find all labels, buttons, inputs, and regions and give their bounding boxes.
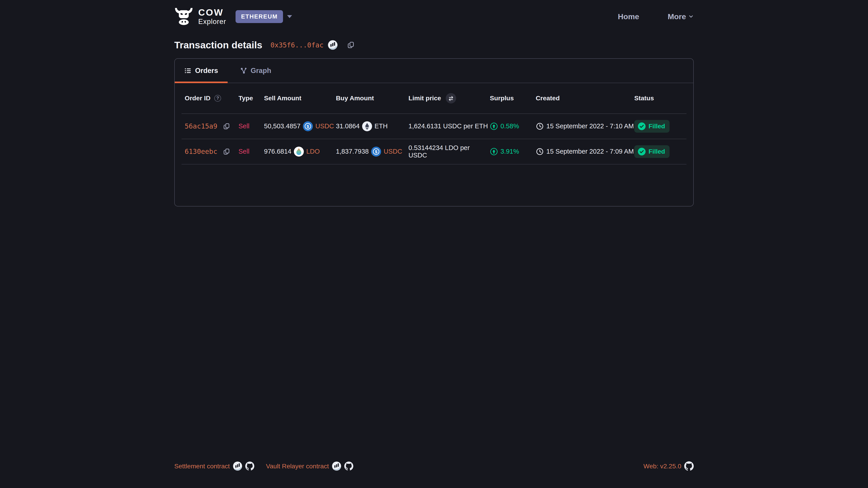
vault-relayer-contract-links: Vault Relayer contract bbox=[266, 462, 353, 470]
surplus-value: 0.58% bbox=[500, 123, 519, 130]
vault-relayer-contract-link[interactable]: Vault Relayer contract bbox=[266, 462, 329, 470]
order-id-link[interactable]: 56ac15a9 bbox=[185, 122, 217, 130]
buy-token-link[interactable]: USDC bbox=[383, 148, 402, 155]
buy-token-label: ETH bbox=[375, 123, 388, 130]
clock-icon bbox=[536, 148, 544, 156]
copy-icon[interactable] bbox=[347, 41, 355, 49]
main-nav: Home More bbox=[618, 12, 694, 21]
copy-icon[interactable] bbox=[223, 123, 230, 130]
table-row: 6130eebc Sell 976.6814 LDO 1,837.7938 US… bbox=[182, 139, 686, 164]
help-icon[interactable]: ? bbox=[214, 95, 221, 102]
sell-amount: 976.6814 bbox=[264, 148, 291, 155]
tx-hash-group: 0x35f6...0fac bbox=[271, 40, 355, 50]
sell-token-link[interactable]: LDO bbox=[306, 148, 320, 155]
surplus-up-icon bbox=[490, 122, 498, 130]
nav-home[interactable]: Home bbox=[618, 12, 639, 21]
col-type: Type bbox=[239, 94, 264, 102]
settlement-contract-links: Settlement contract bbox=[174, 462, 254, 470]
buy-amount: 1,837.7938 bbox=[336, 148, 369, 155]
tx-hash-link[interactable]: 0x35f6...0fac bbox=[271, 41, 324, 49]
buy-amount: 31.0864 bbox=[336, 123, 360, 130]
nav-more[interactable]: More bbox=[668, 12, 694, 21]
check-circle-icon bbox=[638, 148, 646, 156]
order-type: Sell bbox=[239, 148, 264, 155]
web-version-link[interactable]: Web: v2.25.0 bbox=[644, 462, 681, 470]
eth-token-icon bbox=[362, 121, 372, 131]
title-row: Transaction details 0x35f6...0fac bbox=[174, 39, 694, 51]
settlement-contract-link[interactable]: Settlement contract bbox=[174, 462, 230, 470]
ldo-token-icon bbox=[294, 147, 304, 157]
tab-orders[interactable]: Orders bbox=[175, 59, 228, 83]
cow-icon bbox=[174, 8, 193, 25]
cow-explorer-logo[interactable]: COW Explorer bbox=[174, 8, 226, 26]
check-circle-icon bbox=[638, 123, 646, 130]
col-limit-price: Limit price bbox=[408, 94, 441, 102]
created-date: 15 September 2022 - 7:10 AM bbox=[546, 123, 634, 130]
created-date: 15 September 2022 - 7:09 AM bbox=[546, 148, 634, 155]
list-icon bbox=[184, 67, 191, 74]
col-sell-amount: Sell Amount bbox=[264, 94, 336, 102]
col-order-id: Order ID bbox=[185, 94, 211, 102]
chevron-down-icon bbox=[688, 14, 694, 19]
top-bar: COW Explorer ETHEREUM Home More bbox=[174, 0, 694, 26]
footer: Settlement contract Vault Relayer contra… bbox=[174, 461, 694, 471]
orders-card: Orders Graph Order ID ? Type Sell Amount… bbox=[174, 58, 694, 206]
copy-icon[interactable] bbox=[223, 148, 230, 156]
order-type: Sell bbox=[239, 123, 264, 130]
etherscan-icon[interactable] bbox=[332, 462, 341, 470]
network-badge[interactable]: ETHEREUM bbox=[236, 10, 283, 23]
status-badge: Filled bbox=[634, 145, 670, 158]
github-icon[interactable] bbox=[245, 462, 254, 470]
swap-price-icon[interactable] bbox=[446, 93, 456, 103]
tab-graph[interactable]: Graph bbox=[231, 59, 281, 83]
graph-icon bbox=[240, 67, 247, 74]
tab-bar: Orders Graph bbox=[175, 59, 693, 83]
logo-title: COW bbox=[198, 8, 226, 18]
sell-amount: 50,503.4857 bbox=[264, 123, 301, 130]
clock-icon bbox=[536, 122, 544, 130]
table-row: 56ac15a9 Sell 50,503.4857 USDC 31.0864 E… bbox=[182, 114, 686, 139]
github-icon[interactable] bbox=[684, 461, 694, 471]
github-icon[interactable] bbox=[344, 462, 353, 470]
network-selector[interactable]: ETHEREUM bbox=[236, 10, 292, 23]
surplus-value: 3.91% bbox=[500, 148, 519, 155]
etherscan-icon[interactable] bbox=[233, 462, 242, 470]
chevron-down-icon bbox=[287, 15, 292, 18]
limit-price: 1,624.6131 USDC per ETH bbox=[408, 123, 490, 130]
col-created: Created bbox=[536, 94, 634, 102]
limit-price: 0.53144234 LDO per USDC bbox=[408, 144, 490, 159]
logo-subtitle: Explorer bbox=[198, 18, 226, 26]
col-status: Status bbox=[634, 94, 686, 102]
usdc-token-icon bbox=[371, 147, 381, 157]
sell-token-link[interactable]: USDC bbox=[315, 123, 334, 130]
status-badge: Filled bbox=[634, 120, 670, 133]
order-id-link[interactable]: 6130eebc bbox=[185, 148, 217, 156]
table-header-row: Order ID ? Type Sell Amount Buy Amount L… bbox=[182, 83, 686, 114]
etherscan-icon[interactable] bbox=[328, 40, 338, 50]
col-buy-amount: Buy Amount bbox=[336, 94, 408, 102]
surplus-up-icon bbox=[490, 148, 498, 156]
usdc-token-icon bbox=[303, 121, 313, 131]
orders-table: Order ID ? Type Sell Amount Buy Amount L… bbox=[182, 83, 686, 164]
main-container: COW Explorer ETHEREUM Home More Transact… bbox=[174, 0, 694, 206]
page-title: Transaction details bbox=[174, 39, 262, 51]
col-surplus: Surplus bbox=[490, 94, 536, 102]
